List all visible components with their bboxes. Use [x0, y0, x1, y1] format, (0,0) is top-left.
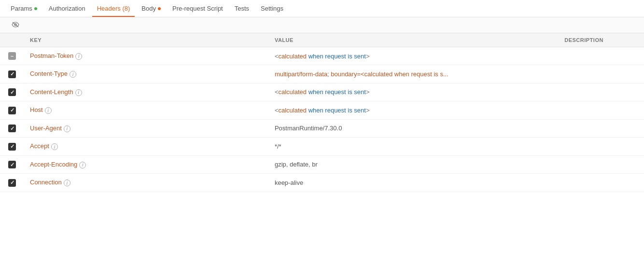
- row-value-cell: keep-alive: [269, 174, 559, 192]
- tab-settings-label: Settings: [261, 5, 283, 12]
- tab-authorization[interactable]: Authorization: [44, 0, 90, 17]
- key-text: Content-Type: [30, 70, 68, 77]
- eye-icon: [12, 21, 19, 29]
- tab-bar: Params Authorization Headers (8) Body Pr…: [0, 0, 644, 17]
- checkbox[interactable]: [8, 52, 16, 60]
- checkbox-partial[interactable]: [8, 52, 16, 60]
- row-key-cell: Postman-Tokeni: [24, 47, 269, 65]
- body-dot: [158, 7, 161, 10]
- row-description-cell: [559, 174, 644, 192]
- row-value-cell: PostmanRuntime/7.30.0: [269, 119, 559, 138]
- row-checkbox-cell[interactable]: [0, 47, 24, 65]
- key-text: Accept-Encoding: [30, 161, 77, 168]
- value-text: <calculated when request is sent>: [275, 53, 370, 60]
- checkbox[interactable]: [8, 70, 16, 78]
- row-key-cell: Content-Typei: [24, 65, 269, 83]
- checkbox-checked[interactable]: [8, 70, 16, 78]
- info-icon[interactable]: i: [51, 143, 58, 150]
- row-description-cell: [559, 65, 644, 83]
- info-icon[interactable]: i: [79, 162, 86, 168]
- tab-headers-label: Headers (8): [97, 5, 130, 12]
- row-checkbox-cell[interactable]: [0, 155, 24, 174]
- key-text: Host: [30, 106, 43, 113]
- checkbox-checked[interactable]: [8, 88, 16, 96]
- table-row: Postman-Tokeni<calculated when request i…: [0, 47, 644, 65]
- row-checkbox-cell[interactable]: [0, 83, 24, 101]
- headers-table-wrap: KEY VALUE DESCRIPTION Postman-Tokeni<cal…: [0, 33, 644, 192]
- tab-headers[interactable]: Headers (8): [92, 0, 135, 17]
- key-text: Connection: [30, 179, 62, 186]
- checkbox-checked[interactable]: [8, 161, 16, 168]
- info-icon[interactable]: i: [75, 53, 82, 60]
- table-row: Accept-Encodingigzip, deflate, br: [0, 155, 644, 174]
- row-key-cell: Accept-Encodingi: [24, 155, 269, 174]
- tab-authorization-label: Authorization: [49, 5, 85, 12]
- info-icon[interactable]: i: [64, 125, 70, 132]
- key-text: Content-Length: [30, 88, 73, 96]
- row-value-cell: <calculated when request is sent>: [269, 101, 559, 120]
- row-key-cell: Hosti: [24, 101, 269, 120]
- row-value-cell: gzip, deflate, br: [269, 155, 559, 174]
- row-description-cell: [559, 155, 644, 174]
- checkbox[interactable]: [8, 179, 16, 187]
- tab-tests[interactable]: Tests: [230, 0, 254, 17]
- table-row: Content-Lengthi<calculated when request …: [0, 83, 644, 101]
- table-row: Accepti*/*: [0, 138, 644, 156]
- table-row: Content-Typeimultipart/form-data; bounda…: [0, 65, 644, 83]
- value-text: */*: [275, 143, 281, 150]
- tab-params[interactable]: Params: [6, 0, 42, 17]
- value-text: gzip, deflate, br: [275, 161, 318, 168]
- col-header-check: [0, 33, 24, 47]
- col-header-description: DESCRIPTION: [559, 33, 644, 47]
- table-row: Hosti<calculated when request is sent>: [0, 101, 644, 120]
- value-text: multipart/form-data; boundary=<calculate…: [275, 70, 448, 78]
- tab-pre-request-script[interactable]: Pre-request Script: [168, 0, 228, 17]
- checkbox[interactable]: [8, 125, 16, 132]
- checkbox-checked[interactable]: [8, 179, 16, 187]
- checkbox-checked[interactable]: [8, 143, 16, 151]
- checkbox[interactable]: [8, 143, 16, 151]
- key-text: User-Agent: [30, 125, 62, 132]
- hide-autogenerated-button[interactable]: [12, 21, 22, 29]
- checkbox[interactable]: [8, 107, 16, 114]
- row-value-cell: */*: [269, 138, 559, 156]
- info-icon[interactable]: i: [75, 89, 82, 96]
- checkbox[interactable]: [8, 88, 16, 96]
- table-row: Connectionikeep-alive: [0, 174, 644, 192]
- col-header-value: VALUE: [269, 33, 559, 47]
- value-text: PostmanRuntime/7.30.0: [275, 125, 342, 132]
- row-checkbox-cell[interactable]: [0, 138, 24, 156]
- tab-tests-label: Tests: [235, 5, 249, 12]
- row-description-cell: [559, 47, 644, 65]
- row-value-cell: multipart/form-data; boundary=<calculate…: [269, 65, 559, 83]
- value-text: <calculated when request is sent>: [275, 107, 370, 114]
- value-text: <calculated when request is sent>: [275, 88, 370, 96]
- checkbox[interactable]: [8, 161, 16, 168]
- info-icon[interactable]: i: [45, 107, 52, 114]
- checkbox-checked[interactable]: [8, 107, 16, 114]
- info-icon[interactable]: i: [70, 71, 76, 78]
- key-text: Postman-Token: [30, 52, 73, 59]
- value-text: keep-alive: [275, 179, 303, 186]
- tab-body[interactable]: Body: [137, 0, 166, 17]
- row-key-cell: Connectioni: [24, 174, 269, 192]
- row-checkbox-cell[interactable]: [0, 101, 24, 120]
- tab-body-label: Body: [141, 5, 156, 12]
- info-icon[interactable]: i: [64, 180, 70, 186]
- checkbox-checked[interactable]: [8, 125, 16, 132]
- row-description-cell: [559, 101, 644, 120]
- row-key-cell: Content-Lengthi: [24, 83, 269, 101]
- params-dot: [34, 7, 37, 10]
- row-checkbox-cell[interactable]: [0, 65, 24, 83]
- row-description-cell: [559, 119, 644, 138]
- table-header-row: KEY VALUE DESCRIPTION: [0, 33, 644, 47]
- row-key-cell: Accepti: [24, 138, 269, 156]
- row-checkbox-cell[interactable]: [0, 174, 24, 192]
- tab-params-label: Params: [11, 5, 32, 12]
- row-value-cell: <calculated when request is sent>: [269, 47, 559, 65]
- table-row: User-AgentiPostmanRuntime/7.30.0: [0, 119, 644, 138]
- subtoolbar: [0, 17, 644, 33]
- row-checkbox-cell[interactable]: [0, 119, 24, 138]
- tab-settings[interactable]: Settings: [256, 0, 288, 17]
- col-header-key: KEY: [24, 33, 269, 47]
